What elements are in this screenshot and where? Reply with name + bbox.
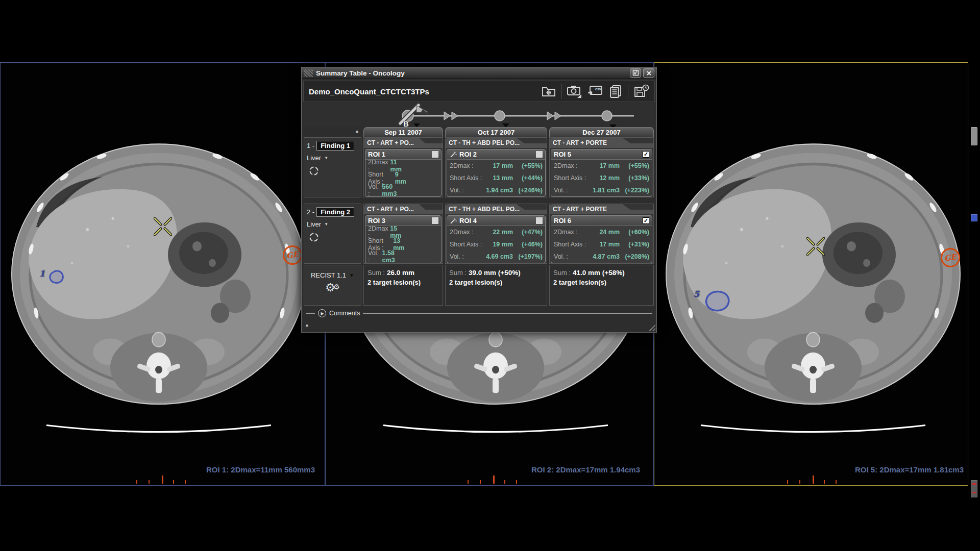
lesion-count-text: target lesion(s) bbox=[455, 279, 502, 286]
criteria-dropdown-icon[interactable]: ▼ bbox=[349, 272, 354, 278]
sum-value: 41.0 mm (+58%) bbox=[573, 269, 625, 277]
roi-cell: CT - ART + PO... ROI 3 2Dmax :15 mm Shor… bbox=[363, 204, 443, 264]
roi-checkbox-checked[interactable]: ✓ bbox=[643, 151, 649, 158]
series-tab[interactable]: CT - ART + PORTE bbox=[550, 204, 653, 214]
metric-delta: (+55%) bbox=[513, 162, 543, 169]
finding-name-button[interactable]: Finding 2 bbox=[316, 207, 354, 217]
roi-checkbox-checked[interactable]: ✓ bbox=[643, 217, 649, 224]
roi-checkbox[interactable] bbox=[432, 151, 438, 158]
viewport-axial-right[interactable]: 5 GE ROI 5: 2Dmax=17mm 1.81cm3 bbox=[654, 62, 968, 486]
series-tab[interactable]: CT - ART + PORTE bbox=[550, 138, 653, 148]
right-edge-scrollbar bbox=[969, 62, 980, 486]
metric-label: Vol. : bbox=[450, 187, 464, 194]
roi-name: ROI 1 bbox=[368, 151, 385, 158]
metric-delta: (+31%) bbox=[620, 241, 649, 248]
roi-checkbox[interactable] bbox=[536, 151, 543, 158]
lesion-count: 2 bbox=[368, 279, 371, 286]
metric-delta: (+44%) bbox=[513, 174, 543, 182]
copy-report-button[interactable] bbox=[608, 84, 623, 98]
roi-checkbox[interactable] bbox=[432, 217, 438, 224]
lesion-count: 2 bbox=[553, 279, 557, 286]
finding-1-cell[interactable]: 1 - Finding 1 Liver ▼ bbox=[304, 137, 361, 197]
roi-contour-1[interactable]: 1 bbox=[47, 269, 66, 287]
viewport-roi-summary: ROI 1: 2Dmax=11mm 560mm3 bbox=[206, 465, 315, 474]
roi-cell: CT - ART + PORTE ROI 5 ✓ 2Dmax :17 mm(+5… bbox=[549, 137, 654, 197]
undock-button[interactable] bbox=[630, 68, 641, 78]
finding-target-icon[interactable] bbox=[309, 166, 319, 176]
resize-grip[interactable] bbox=[647, 323, 655, 331]
metric-delta: (+33%) bbox=[620, 174, 649, 182]
metric-delta: (+60%) bbox=[620, 229, 649, 236]
divider bbox=[363, 313, 652, 314]
timepoint-date-tab[interactable]: Sep 11 2007 bbox=[363, 127, 443, 137]
findings-column: 1 - Finding 1 Liver ▼ 2 - Finding 2 Live… bbox=[304, 127, 361, 319]
collapse-dialog-arrow[interactable]: ▲ bbox=[305, 322, 309, 328]
scrollbar-thumb[interactable] bbox=[971, 127, 977, 145]
metric-value: 4.87 cm3 bbox=[593, 253, 620, 260]
comments-label: Comments bbox=[329, 310, 360, 317]
scrollbar-thumb-bottom[interactable] bbox=[971, 480, 977, 497]
crosshair-marker[interactable] bbox=[154, 217, 172, 236]
viewport-axial-left[interactable]: 1 GE ROI 1: 2Dmax=11mm 560mm3 bbox=[0, 62, 325, 486]
svg-text:csv: csv bbox=[595, 87, 601, 91]
metric-label: Short Axis : bbox=[450, 241, 482, 248]
metric-label: 2Dmax : bbox=[450, 162, 474, 169]
dialog-titlebar[interactable]: Summary Table - Oncology bbox=[302, 67, 656, 79]
metric-label: Vol. : bbox=[450, 253, 464, 260]
series-tab[interactable]: CT - TH + ABD PEL PO... bbox=[446, 138, 547, 148]
slice-position-ruler bbox=[468, 474, 524, 484]
finding-2-cell[interactable]: 2 - Finding 2 Liver ▼ bbox=[304, 204, 361, 264]
timepoint-node-2[interactable] bbox=[495, 111, 505, 121]
series-tab[interactable]: CT - TH + ABD PEL PO... bbox=[446, 204, 547, 214]
sum-label: Sum : bbox=[449, 269, 467, 277]
finding-organ: Liver bbox=[307, 154, 321, 162]
timepoint-2-dropdown-arrow[interactable] bbox=[502, 123, 509, 127]
undock-icon bbox=[632, 70, 639, 76]
gear-icon-small: ⚙ bbox=[333, 283, 340, 291]
timepoint-date-tab[interactable]: Dec 27 2007 bbox=[549, 127, 654, 137]
metric-value: 22 mm bbox=[493, 229, 513, 236]
exam-timeline[interactable]: B bbox=[303, 103, 656, 127]
slice-position-ruler bbox=[136, 474, 192, 484]
metric-label: Short Axis : bbox=[554, 174, 586, 182]
timepoint-column-1: Sep 11 2007 CT - ART + PO... ROI 1 2Dmax… bbox=[363, 127, 443, 319]
series-tab[interactable]: CT - ART + PO... bbox=[364, 138, 443, 148]
metric-value: 1.81 cm3 bbox=[593, 187, 620, 194]
titlebar-grip[interactable] bbox=[304, 69, 313, 77]
timepoint-node-3[interactable] bbox=[602, 111, 612, 121]
patient-row: Demo_OncoQuant_CTCTCT3TPs bbox=[303, 81, 655, 102]
slice-position-ruler bbox=[787, 474, 843, 484]
camera-icon bbox=[566, 84, 582, 99]
snapshot-button[interactable] bbox=[566, 84, 582, 99]
export-csv-button[interactable]: csv bbox=[587, 85, 603, 98]
series-tab[interactable]: CT - ART + PO... bbox=[364, 204, 443, 214]
criteria-settings-button[interactable]: ⚙⚙ bbox=[307, 281, 358, 294]
save-button[interactable] bbox=[633, 84, 649, 98]
metric-label: Vol. : bbox=[368, 183, 382, 197]
viewport-roi-summary: ROI 2: 2Dmax=17mm 1.94cm3 bbox=[531, 465, 640, 474]
scrollbar-marker[interactable] bbox=[971, 214, 977, 221]
expand-comments-button[interactable]: ▶ bbox=[318, 309, 326, 317]
baseline-label: B bbox=[403, 119, 409, 127]
finding-name-button[interactable]: Finding 1 bbox=[316, 141, 354, 151]
timepoint-date-tab[interactable]: Oct 17 2007 bbox=[445, 127, 547, 137]
crosshair-marker[interactable] bbox=[806, 237, 825, 256]
comments-section: ▶ Comments bbox=[306, 308, 652, 318]
baseline-dropdown-arrow[interactable] bbox=[413, 123, 420, 127]
organ-dropdown-icon[interactable]: ▼ bbox=[324, 156, 328, 160]
close-button[interactable] bbox=[643, 68, 654, 78]
patient-name: Demo_OncoQuant_CTCTCT3TPs bbox=[309, 87, 429, 96]
metric-label: Vol. : bbox=[554, 187, 568, 194]
finding-target-icon[interactable] bbox=[309, 232, 319, 242]
roi-name: ROI 5 bbox=[554, 151, 571, 158]
roi-contour-5[interactable]: 5 bbox=[702, 289, 730, 315]
dialog-title: Summary Table - Oncology bbox=[316, 69, 405, 77]
roi-checkbox[interactable] bbox=[536, 217, 543, 224]
metric-value: 4.69 cm3 bbox=[486, 253, 513, 260]
timepoint-column-2: Oct 17 2007 CT - TH + ABD PEL PO... ROI … bbox=[445, 127, 547, 319]
organ-dropdown-icon[interactable]: ▼ bbox=[324, 222, 328, 227]
export-settings-button[interactable] bbox=[541, 85, 556, 98]
sum-value: 39.0 mm (+50%) bbox=[469, 269, 521, 277]
close-icon bbox=[646, 70, 652, 76]
metric-value: 17 mm bbox=[599, 162, 620, 169]
